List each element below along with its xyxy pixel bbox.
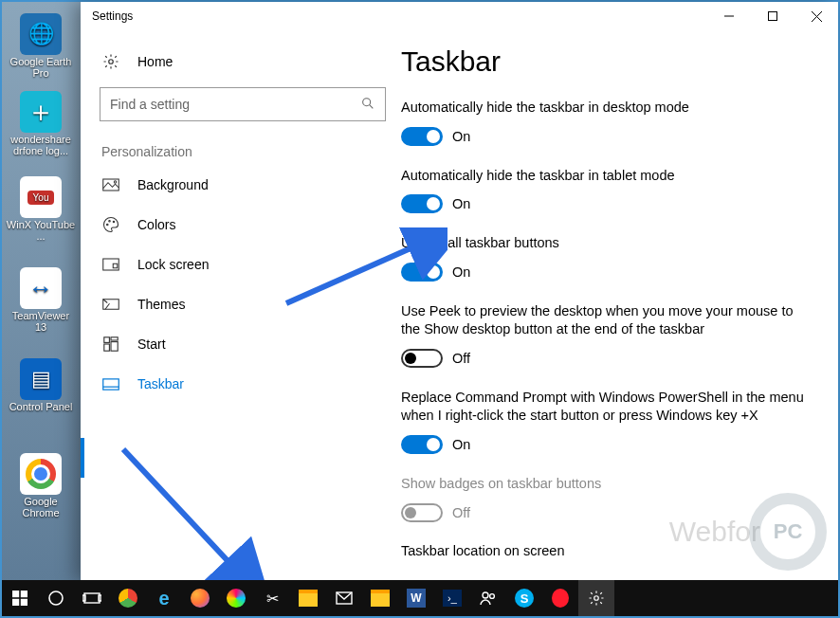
taskbar-chrome[interactable]	[110, 580, 146, 616]
themes-icon	[101, 295, 120, 314]
svg-rect-25	[12, 599, 19, 606]
svg-point-5	[363, 98, 371, 105]
maximize-button[interactable]	[751, 2, 794, 30]
desktop-icon-google-earth[interactable]: 🌐 Google Earth Pro	[6, 13, 76, 79]
setting-autohide-tablet: Automatically hide the taskbar in tablet…	[401, 167, 812, 214]
taskview-button[interactable]	[74, 580, 110, 616]
setting-small-buttons: Use small taskbar buttons On	[401, 234, 812, 282]
minimize-button[interactable]	[707, 2, 751, 30]
desktop-icon-teamviewer[interactable]: ↔ TeamViewer 13	[6, 267, 76, 333]
palette-icon	[101, 215, 120, 234]
desktop-icon-chrome[interactable]: Google Chrome	[6, 453, 76, 518]
svg-rect-19	[103, 378, 119, 389]
page-title: Taskbar	[401, 45, 812, 78]
svg-rect-16	[111, 337, 118, 340]
svg-point-9	[107, 224, 109, 226]
svg-point-4	[109, 60, 114, 64]
taskbar[interactable]: e ✂ W ›_ S	[2, 580, 838, 616]
taskbar-skype[interactable]: S	[506, 580, 542, 616]
lock-screen-icon	[101, 255, 120, 274]
taskbar-app-paint[interactable]	[218, 580, 254, 616]
sidebar: Home Find a setting Personalization Back…	[81, 30, 401, 582]
taskbar-explorer[interactable]	[290, 580, 326, 616]
desktop-icon-control-panel[interactable]: ▤ Control Panel	[6, 358, 76, 412]
taskbar-settings[interactable]	[578, 580, 614, 616]
close-button[interactable]	[794, 2, 838, 30]
search-icon	[360, 96, 375, 114]
svg-rect-23	[12, 591, 19, 597]
svg-rect-13	[113, 264, 118, 268]
toggle-autohide-desktop[interactable]: On	[401, 127, 812, 146]
setting-autohide-desktop: Automatically hide the taskbar in deskto…	[401, 99, 812, 146]
start-button[interactable]	[2, 580, 38, 616]
start-icon	[101, 335, 120, 354]
taskbar-firefox[interactable]	[182, 580, 218, 616]
setting-peek: Use Peek to preview the desktop when you…	[401, 302, 812, 368]
svg-point-10	[109, 221, 111, 223]
cortana-button[interactable]	[38, 580, 74, 616]
sidebar-item-lock-screen[interactable]: Lock screen	[81, 245, 401, 284]
sidebar-home[interactable]: Home	[81, 42, 401, 82]
toggle-powershell[interactable]: On	[401, 435, 812, 454]
sidebar-item-colors[interactable]: Colors	[81, 205, 401, 245]
svg-point-32	[483, 592, 488, 598]
svg-point-33	[490, 594, 495, 599]
search-placeholder: Find a setting	[110, 97, 360, 112]
window-title: Settings	[92, 9, 133, 23]
toggle-peek[interactable]: Off	[401, 349, 812, 368]
image-icon	[101, 175, 120, 194]
desktop-icon-winx-youtube[interactable]: You WinX YouTube ...	[6, 176, 76, 242]
search-input[interactable]: Find a setting	[100, 87, 386, 121]
desktop-icon-wondershare[interactable]: ＋ wondershare drfone log...	[6, 91, 76, 156]
svg-point-27	[49, 591, 63, 605]
watermark: Webfor PC	[669, 493, 827, 571]
gear-icon	[101, 52, 120, 71]
svg-rect-28	[84, 593, 100, 603]
sidebar-item-themes[interactable]: Themes	[81, 284, 401, 324]
sidebar-home-label: Home	[137, 54, 173, 69]
toggle-small-buttons[interactable]: On	[401, 263, 812, 282]
sidebar-category: Personalization	[81, 131, 401, 165]
svg-point-11	[113, 221, 115, 223]
sidebar-item-background[interactable]: Background	[81, 165, 401, 205]
taskbar-edge[interactable]: e	[146, 580, 182, 616]
globe-icon: 🌐	[28, 22, 54, 46]
taskbar-word[interactable]: W	[398, 580, 434, 616]
toggle-autohide-tablet[interactable]: On	[401, 194, 812, 213]
taskbar-icon	[101, 374, 120, 393]
svg-rect-15	[104, 337, 110, 343]
svg-point-34	[594, 596, 599, 601]
svg-point-8	[114, 181, 116, 183]
taskbar-app-snip[interactable]: ✂	[254, 580, 290, 616]
sidebar-item-taskbar[interactable]: Taskbar	[81, 364, 401, 404]
taskbar-opera[interactable]	[542, 580, 578, 616]
taskbar-powershell[interactable]: ›_	[434, 580, 470, 616]
taskbar-files[interactable]	[362, 580, 398, 616]
svg-rect-24	[21, 591, 27, 597]
setting-powershell: Replace Command Prompt with Windows Powe…	[401, 389, 812, 454]
taskbar-people[interactable]	[470, 580, 506, 616]
svg-rect-26	[21, 599, 27, 606]
svg-rect-17	[111, 342, 118, 352]
svg-rect-18	[104, 344, 110, 351]
sidebar-item-start[interactable]: Start	[81, 324, 401, 364]
svg-line-6	[370, 104, 374, 108]
titlebar[interactable]: Settings	[81, 2, 838, 30]
svg-rect-1	[769, 12, 777, 21]
taskbar-mail[interactable]	[326, 580, 362, 616]
